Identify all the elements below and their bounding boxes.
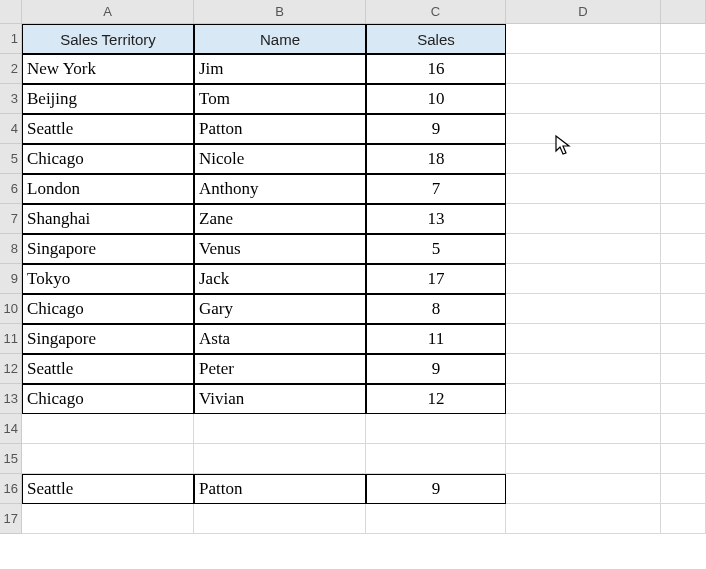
cell-d12[interactable] — [506, 354, 661, 384]
cell-b3[interactable]: Tom — [194, 84, 366, 114]
cell-b16[interactable]: Patton — [194, 474, 366, 504]
col-header-b[interactable]: B — [194, 0, 366, 24]
cell-d6[interactable] — [506, 174, 661, 204]
cell-d11[interactable] — [506, 324, 661, 354]
cell-e1[interactable] — [661, 24, 706, 54]
cell-d9[interactable] — [506, 264, 661, 294]
cell-a6[interactable]: London — [22, 174, 194, 204]
cell-d17[interactable] — [506, 504, 661, 534]
cell-d3[interactable] — [506, 84, 661, 114]
cell-a9[interactable]: Tokyo — [22, 264, 194, 294]
col-header-e[interactable] — [661, 0, 706, 24]
cell-b5[interactable]: Nicole — [194, 144, 366, 174]
cell-b8[interactable]: Venus — [194, 234, 366, 264]
cell-a8[interactable]: Singapore — [22, 234, 194, 264]
cell-d5[interactable] — [506, 144, 661, 174]
cell-b9[interactable]: Jack — [194, 264, 366, 294]
cell-a17[interactable] — [22, 504, 194, 534]
cell-d14[interactable] — [506, 414, 661, 444]
row-header-13[interactable]: 13 — [0, 384, 22, 414]
cell-c4[interactable]: 9 — [366, 114, 506, 144]
row-header-16[interactable]: 16 — [0, 474, 22, 504]
cell-c3[interactable]: 10 — [366, 84, 506, 114]
cell-b2[interactable]: Jim — [194, 54, 366, 84]
cell-a12[interactable]: Seattle — [22, 354, 194, 384]
cell-c13[interactable]: 12 — [366, 384, 506, 414]
cell-b11[interactable]: Asta — [194, 324, 366, 354]
cell-e8[interactable] — [661, 234, 706, 264]
cell-a7[interactable]: Shanghai — [22, 204, 194, 234]
cell-d7[interactable] — [506, 204, 661, 234]
cell-a4[interactable]: Seattle — [22, 114, 194, 144]
row-header-8[interactable]: 8 — [0, 234, 22, 264]
row-header-17[interactable]: 17 — [0, 504, 22, 534]
cell-c10[interactable]: 8 — [366, 294, 506, 324]
cell-b7[interactable]: Zane — [194, 204, 366, 234]
cell-d8[interactable] — [506, 234, 661, 264]
cell-c14[interactable] — [366, 414, 506, 444]
cell-e4[interactable] — [661, 114, 706, 144]
cell-e17[interactable] — [661, 504, 706, 534]
cell-d15[interactable] — [506, 444, 661, 474]
select-all-corner[interactable] — [0, 0, 22, 24]
cell-c16[interactable]: 9 — [366, 474, 506, 504]
cell-a13[interactable]: Chicago — [22, 384, 194, 414]
cell-c11[interactable]: 11 — [366, 324, 506, 354]
row-header-2[interactable]: 2 — [0, 54, 22, 84]
spreadsheet-grid[interactable]: A B C D 1 Sales Territory Name Sales 2 N… — [0, 0, 706, 534]
row-header-9[interactable]: 9 — [0, 264, 22, 294]
cell-e7[interactable] — [661, 204, 706, 234]
cell-e12[interactable] — [661, 354, 706, 384]
cell-c12[interactable]: 9 — [366, 354, 506, 384]
cell-b12[interactable]: Peter — [194, 354, 366, 384]
row-header-5[interactable]: 5 — [0, 144, 22, 174]
row-header-4[interactable]: 4 — [0, 114, 22, 144]
cell-e3[interactable] — [661, 84, 706, 114]
row-header-14[interactable]: 14 — [0, 414, 22, 444]
cell-e16[interactable] — [661, 474, 706, 504]
cell-a5[interactable]: Chicago — [22, 144, 194, 174]
cell-e15[interactable] — [661, 444, 706, 474]
cell-e2[interactable] — [661, 54, 706, 84]
col-header-a[interactable]: A — [22, 0, 194, 24]
cell-c1[interactable]: Sales — [366, 24, 506, 54]
cell-e11[interactable] — [661, 324, 706, 354]
row-header-15[interactable]: 15 — [0, 444, 22, 474]
row-header-6[interactable]: 6 — [0, 174, 22, 204]
row-header-7[interactable]: 7 — [0, 204, 22, 234]
cell-c8[interactable]: 5 — [366, 234, 506, 264]
cell-d13[interactable] — [506, 384, 661, 414]
cell-a2[interactable]: New York — [22, 54, 194, 84]
cell-e14[interactable] — [661, 414, 706, 444]
cell-c17[interactable] — [366, 504, 506, 534]
cell-e5[interactable] — [661, 144, 706, 174]
cell-d1[interactable] — [506, 24, 661, 54]
cell-e9[interactable] — [661, 264, 706, 294]
row-header-10[interactable]: 10 — [0, 294, 22, 324]
row-header-3[interactable]: 3 — [0, 84, 22, 114]
cell-b14[interactable] — [194, 414, 366, 444]
cell-c15[interactable] — [366, 444, 506, 474]
cell-c2[interactable]: 16 — [366, 54, 506, 84]
cell-c6[interactable]: 7 — [366, 174, 506, 204]
cell-a16[interactable]: Seattle — [22, 474, 194, 504]
cell-d2[interactable] — [506, 54, 661, 84]
cell-a14[interactable] — [22, 414, 194, 444]
cell-b1[interactable]: Name — [194, 24, 366, 54]
cell-a10[interactable]: Chicago — [22, 294, 194, 324]
cell-b6[interactable]: Anthony — [194, 174, 366, 204]
cell-b17[interactable] — [194, 504, 366, 534]
cell-c5[interactable]: 18 — [366, 144, 506, 174]
cell-a1[interactable]: Sales Territory — [22, 24, 194, 54]
cell-c9[interactable]: 17 — [366, 264, 506, 294]
cell-a11[interactable]: Singapore — [22, 324, 194, 354]
cell-d10[interactable] — [506, 294, 661, 324]
col-header-c[interactable]: C — [366, 0, 506, 24]
cell-e10[interactable] — [661, 294, 706, 324]
row-header-1[interactable]: 1 — [0, 24, 22, 54]
cell-b4[interactable]: Patton — [194, 114, 366, 144]
cell-c7[interactable]: 13 — [366, 204, 506, 234]
row-header-11[interactable]: 11 — [0, 324, 22, 354]
cell-a3[interactable]: Beijing — [22, 84, 194, 114]
cell-b15[interactable] — [194, 444, 366, 474]
